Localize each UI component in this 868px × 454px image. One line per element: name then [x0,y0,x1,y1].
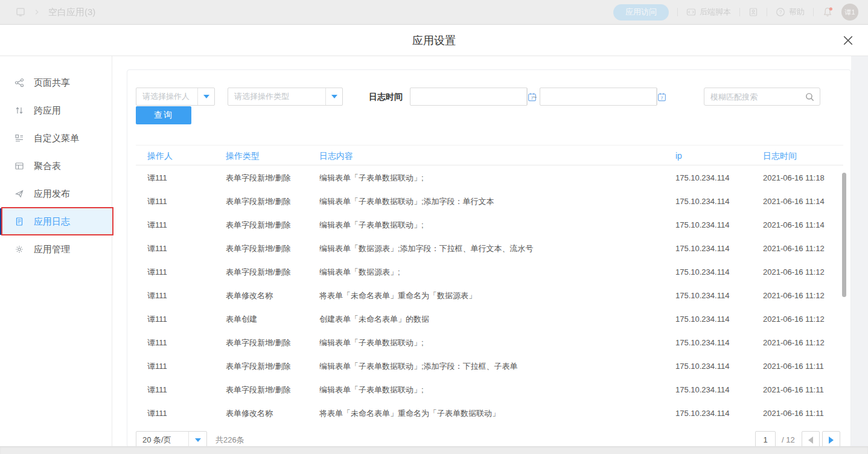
sidebar-item-app-publish[interactable]: 应用发布 [0,181,112,207]
calendar-icon[interactable]: 7 [656,88,667,105]
start-date-input[interactable]: 7 [410,88,528,106]
cell-time: 2021-06-16 11:12 [763,331,825,354]
cell-content: 编辑表单「数据源表」; [319,260,400,284]
cell-content: 将表单「未命名表单」重命名为「数据源表」 [319,284,476,307]
operator-select[interactable]: 请选择操作人 [136,88,215,106]
fuzzy-search-box [704,88,820,106]
table-row[interactable]: 谭111 表单字段新增/删除 编辑表单「数据源表」; 175.10.234.11… [127,260,843,284]
cell-operator: 谭111 [147,354,167,378]
cell-type: 表单字段新增/删除 [226,213,291,237]
cell-ip: 175.10.234.114 [675,190,729,213]
cell-content: 编辑表单「子表单数据联动」; [319,166,424,190]
end-date-input[interactable]: 7 [540,88,657,106]
sidebar-item-custom-menu[interactable]: 自定义菜单 [0,125,112,152]
query-button[interactable]: 查询 [136,106,191,124]
col-type: 操作类型 [226,145,260,166]
notification-bell-button[interactable] [822,7,833,18]
svg-text:?: ? [779,9,782,15]
cell-operator: 谭111 [147,260,167,284]
table-row[interactable]: 谭111 表单创建 创建表单「未命名表单」的数据 175.10.234.114 … [127,307,843,331]
chevron-down-icon [188,432,206,448]
cell-ip: 175.10.234.114 [675,166,729,190]
cell-ip: 175.10.234.114 [675,213,729,237]
cell-type: 表单字段新增/删除 [226,237,291,260]
start-date-field[interactable] [410,88,526,105]
window-bottom-strip [0,446,868,454]
cell-type: 表单字段新增/删除 [226,190,291,213]
cell-operator: 谭111 [147,237,167,260]
cell-content: 编辑表单「数据源表」;添加字段：下拉框、单行文本、流水号 [319,237,534,260]
cell-type: 表单字段新增/删除 [226,331,291,354]
triangle-right-icon [829,436,834,444]
table-row[interactable]: 谭111 表单修改名称 将表单「未命名表单」重命名为「数据源表」 175.10.… [127,284,843,307]
table-row[interactable]: 谭111 表单修改名称 将表单「未命名表单」重命名为「子表单数据联动」 175.… [127,401,843,425]
app-access-button[interactable]: 应用访问 [613,4,669,21]
table-row[interactable]: 谭111 表单字段新增/删除 编辑表单「子表单数据联动」;添加字段：单行文本 1… [127,190,843,213]
date-range-separator: ~ [532,92,537,101]
table-header: 操作人 操作类型 日志内容 ip 日志时间 [136,145,843,165]
modal-header: 应用设置 [0,25,868,56]
topbar: 空白应用(3) 应用访问 后端脚本 [0,0,868,25]
sidebar-item-label: 聚合表 [34,161,61,172]
table-row[interactable]: 谭111 表单字段新增/删除 编辑表单「子表单数据联动」; 175.10.234… [127,331,843,354]
cell-ip: 175.10.234.114 [675,260,729,284]
backend-script-button[interactable]: 后端脚本 [686,7,731,18]
table-row[interactable]: 谭111 表单字段新增/删除 编辑表单「数据源表」;添加字段：下拉框、单行文本、… [127,237,843,260]
cell-content: 编辑表单「子表单数据联动」; [319,213,424,237]
cell-operator: 谭111 [147,307,167,331]
chevron-right-icon [33,8,41,16]
cell-type: 表单字段新增/删除 [226,260,291,284]
cell-time: 2021-06-16 11:12 [763,237,825,260]
sidebar-item-page-share[interactable]: 页面共享 [0,69,112,96]
close-icon[interactable] [843,35,854,46]
cell-ip: 175.10.234.114 [675,237,729,260]
avatar[interactable]: 谭1 [841,4,858,21]
end-date-field[interactable] [540,88,656,105]
cell-content: 创建表单「未命名表单」的数据 [319,307,429,331]
search-input[interactable] [704,88,820,105]
divider [677,8,678,16]
selected-indicator-bar [0,208,2,235]
contacts-icon [748,7,758,17]
modal-title: 应用设置 [0,25,868,56]
col-ip: ip [675,145,682,166]
table-row[interactable]: 谭111 表单字段新增/删除 编辑表单「子表单数据联动」;添加字段：下拉框、子表… [127,354,843,378]
cell-ip: 175.10.234.114 [675,354,729,378]
cell-ip: 175.10.234.114 [675,378,729,401]
sidebar-item-label: 应用日志 [34,216,70,228]
search-icon[interactable] [805,92,815,102]
operator-select-placeholder: 请选择操作人 [136,91,197,102]
cell-operator: 谭111 [147,213,167,237]
triangle-left-icon [808,436,813,444]
log-icon [14,217,24,226]
table-row[interactable]: 谭111 表单字段新增/删除 编辑表单「子表单数据联动」; 175.10.234… [127,378,843,401]
cell-operator: 谭111 [147,166,167,190]
cell-content: 编辑表单「子表单数据联动」;添加字段：单行文本 [319,190,494,213]
sidebar-item-app-manage[interactable]: 应用管理 [0,236,112,263]
cell-ip: 175.10.234.114 [675,331,729,354]
table-scrollbar[interactable] [842,173,846,297]
cell-content: 将表单「未命名表单」重命名为「子表单数据联动」 [319,401,500,425]
log-time-label: 日志时间 [369,92,403,103]
cell-time: 2021-06-16 11:12 [763,307,825,331]
table-row[interactable]: 谭111 表单字段新增/删除 编辑表单「子表单数据联动」; 175.10.234… [127,213,843,237]
cell-ip: 175.10.234.114 [675,307,729,331]
sidebar-item-label: 应用管理 [34,244,70,255]
cell-content: 编辑表单「子表单数据联动」;添加字段：下拉框、子表单 [319,354,518,378]
cell-time: 2021-06-16 11:11 [763,401,824,425]
operation-type-select[interactable]: 请选择操作类型 [228,88,343,106]
cell-type: 表单字段新增/删除 [226,354,291,378]
share-icon [14,78,24,88]
divider [813,8,814,16]
settings-gear-icon [14,245,24,254]
contacts-button[interactable] [748,7,758,17]
sidebar-item-app-log[interactable]: 应用日志 [0,208,112,235]
table-row[interactable]: 谭111 表单字段新增/删除 编辑表单「子表单数据联动」; 175.10.234… [127,166,843,190]
cell-time: 2021-06-16 11:14 [763,190,825,213]
cell-time: 2021-06-16 11:11 [763,378,824,401]
sidebar-item-cross-app[interactable]: 跨应用 [0,97,112,124]
cell-ip: 175.10.234.114 [675,401,729,425]
cell-operator: 谭111 [147,331,167,354]
help-button[interactable]: ? 帮助 [776,7,805,18]
sidebar-item-aggregate-table[interactable]: 聚合表 [0,153,112,179]
